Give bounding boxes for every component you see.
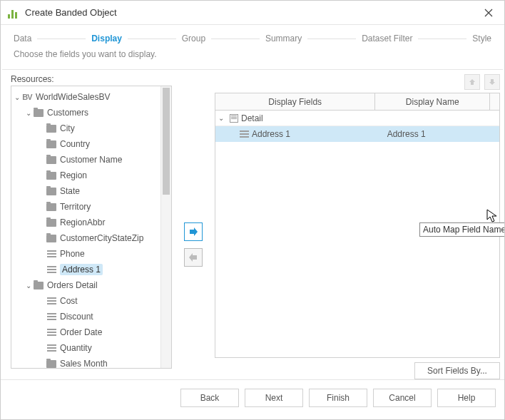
chevron-down-icon[interactable]: ⌄ [24, 109, 33, 117]
tree-root[interactable]: ⌄ BV WorldWideSalesBV [11, 89, 160, 105]
field-icon [46, 249, 57, 259]
step-group[interactable]: Group [182, 34, 205, 43]
folder-icon [46, 139, 57, 149]
grid-display-name-cell[interactable]: Address 1 [383, 129, 489, 139]
folder-icon [46, 202, 57, 212]
help-button[interactable]: Help [437, 389, 496, 407]
tree-node[interactable]: CustomerCityStateZip [11, 230, 160, 246]
tree-node[interactable]: Country [11, 136, 160, 152]
tree-node[interactable]: City [11, 121, 160, 136]
folder-icon [46, 217, 57, 227]
remove-button[interactable] [184, 248, 203, 267]
tree-node[interactable]: RegionAbbr [11, 215, 160, 230]
tree-node[interactable]: Phone [11, 246, 160, 262]
next-button[interactable]: Next [245, 389, 303, 407]
wizard-subtitle: Choose the fields you want to display. [1, 45, 504, 69]
tooltip: Auto Map Field Name [419, 222, 505, 237]
column-header-display-fields[interactable]: Display Fields [215, 93, 375, 110]
tree-node-orders-detail[interactable]: ⌄ Orders Detail [11, 277, 160, 293]
folder-icon [46, 233, 57, 243]
field-icon [46, 343, 57, 353]
tree-node[interactable]: Cost [11, 293, 160, 309]
arrow-up-icon [469, 78, 476, 86]
arrow-left-icon [188, 252, 198, 262]
step-style[interactable]: Style [472, 34, 491, 43]
field-icon [46, 312, 57, 322]
grid-field-label: Address 1 [252, 129, 290, 139]
titlebar: Create Banded Object [1, 1, 504, 25]
folder-icon [33, 108, 44, 118]
folder-icon [46, 155, 57, 165]
move-up-button[interactable] [464, 74, 480, 90]
tree-node[interactable]: Region [11, 168, 160, 183]
chevron-down-icon[interactable]: ⌄ [24, 282, 33, 290]
footer: Back Next Finish Cancel Help [1, 379, 504, 415]
grid-field-row[interactable]: Address 1 Address 1 [215, 126, 499, 142]
tree-node[interactable]: Order Date [11, 324, 160, 340]
step-data[interactable]: Data [14, 34, 31, 43]
step-dataset-filter[interactable]: Dataset Filter [362, 34, 412, 43]
add-button[interactable] [184, 222, 203, 241]
folder-icon [46, 123, 57, 133]
move-down-button[interactable] [484, 74, 500, 90]
folder-icon [33, 280, 44, 290]
grid-group-row[interactable]: ⌄ Detail [215, 111, 499, 126]
step-summary[interactable]: Summary [265, 34, 302, 43]
scrollbar-thumb[interactable] [163, 88, 170, 195]
field-icon [46, 296, 57, 306]
sort-fields-button[interactable]: Sort Fields By... [414, 362, 500, 379]
arrow-right-icon [188, 227, 198, 237]
grid-group-label: Detail [241, 113, 263, 123]
arrow-down-icon [489, 78, 496, 86]
folder-icon [46, 186, 57, 196]
tree-node[interactable]: Sales Month [11, 356, 160, 368]
close-icon [484, 9, 493, 17]
finish-button[interactable]: Finish [309, 389, 367, 407]
back-button[interactable]: Back [180, 389, 239, 407]
folder-icon [46, 359, 57, 368]
tree-node-selected[interactable]: Address 1 [11, 262, 160, 277]
field-icon [240, 130, 249, 138]
scrollbar[interactable] [160, 86, 171, 368]
tree-node[interactable]: State [11, 183, 160, 199]
field-icon [46, 265, 57, 275]
resources-label: Resources: [11, 74, 172, 84]
tree-node[interactable]: Customer Name [11, 152, 160, 168]
window-title: Create Banded Object [25, 7, 117, 18]
tree-node[interactable]: Quantity [11, 340, 160, 356]
column-header-display-name[interactable]: Display Name [375, 93, 489, 110]
close-button[interactable] [480, 4, 497, 21]
app-icon [8, 7, 19, 19]
chevron-down-icon[interactable]: ⌄ [218, 114, 227, 122]
tree-node-customers[interactable]: ⌄ Customers [11, 105, 160, 121]
detail-icon [230, 114, 238, 123]
tree-node[interactable]: Territory [11, 199, 160, 215]
wizard-steps: Data Display Group Summary Dataset Filte… [1, 25, 504, 45]
field-icon [46, 327, 57, 337]
chevron-down-icon[interactable]: ⌄ [13, 93, 21, 101]
tree-node[interactable]: Discount [11, 309, 160, 324]
step-display[interactable]: Display [91, 34, 122, 43]
folder-icon [46, 170, 57, 180]
bv-icon: BV [21, 92, 33, 102]
resources-tree[interactable]: ⌄ BV WorldWideSalesBV ⌄ Customers City C… [11, 86, 160, 368]
cancel-button[interactable]: Cancel [373, 389, 432, 407]
